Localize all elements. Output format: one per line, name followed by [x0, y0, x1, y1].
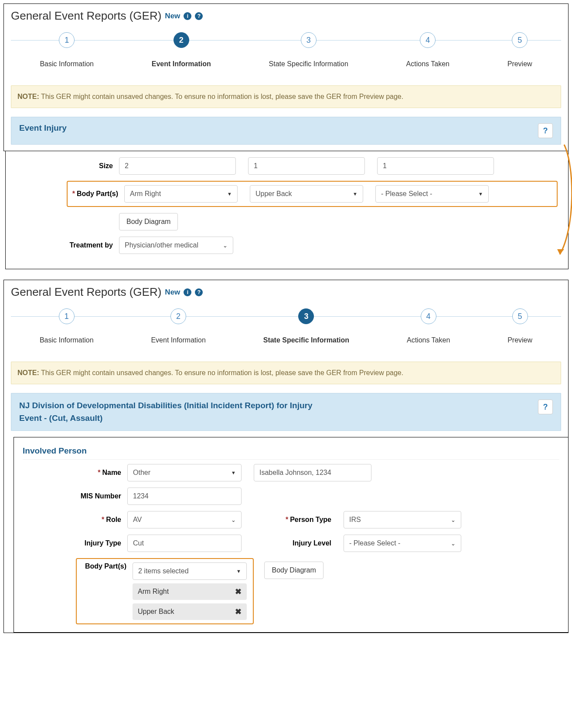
body-parts-highlight: *Body Part(s) Arm Right▼ Upper Back▼ - P… [67, 181, 558, 207]
step-event-information[interactable]: 2 Event Information [151, 308, 205, 344]
event-injury-section-header: Event Injury ? [11, 117, 561, 145]
section-help-button[interactable]: ? [538, 123, 553, 138]
step-basic-information[interactable]: 1 Basic Information [40, 308, 94, 344]
step-number: 2 [170, 308, 186, 324]
page-title: General Event Reports (GER) [11, 285, 161, 299]
help-icon[interactable]: ? [195, 288, 203, 296]
body-diagram-button[interactable]: Body Diagram [119, 213, 178, 230]
step-number: 3 [298, 308, 314, 324]
body-part-select-1[interactable]: Arm Right▼ [124, 185, 238, 203]
new-badge[interactable]: New [165, 12, 180, 20]
state-specific-title: NJ Division of Developmental Disabilitie… [19, 400, 324, 424]
body-parts-multiselect[interactable]: 2 items selected▼ [133, 562, 247, 580]
event-injury-title: Event Injury [19, 123, 67, 133]
injury-type-input[interactable]: Cut [127, 535, 242, 552]
body-part-chip-arm-right: Arm Right ✖ [133, 583, 247, 600]
injury-type-label: Injury Type [23, 539, 127, 547]
step-event-information[interactable]: 2 Event Information [152, 32, 211, 68]
step-preview[interactable]: 5 Preview [507, 32, 532, 68]
help-icon[interactable]: ? [195, 12, 203, 20]
step-state-specific-information[interactable]: 3 State Specific Information [263, 308, 349, 344]
treatment-label: Treatment by [14, 241, 119, 249]
person-type-select[interactable]: IRS⌄ [344, 511, 461, 528]
step-label: Basic Information [40, 60, 94, 68]
caret-down-icon: ▼ [227, 191, 232, 196]
step-label: Event Information [152, 60, 211, 68]
step-number: 1 [59, 308, 75, 324]
person-type-label: *Person Type [254, 516, 331, 524]
size-label: Size [14, 162, 119, 170]
step-actions-taken[interactable]: 4 Actions Taken [407, 308, 450, 344]
body-part-select-2[interactable]: Upper Back▼ [250, 185, 363, 203]
page-title-row: General Event Reports (GER) New i ? [11, 8, 561, 26]
name-row: *Name Other▼ Isabella Johnson, 1234 [23, 464, 559, 481]
info-icon[interactable]: i [184, 12, 191, 20]
remove-chip-icon[interactable]: ✖ [235, 607, 242, 616]
screenshot-top-panel: General Event Reports (GER) New i ? 1 Ba… [3, 3, 569, 151]
note-prefix: NOTE: [17, 93, 39, 100]
name-text-input[interactable]: Isabella Johnson, 1234 [254, 464, 371, 481]
state-specific-section-header: NJ Division of Developmental Disabilitie… [11, 393, 561, 431]
step-label: Preview [507, 60, 532, 68]
event-injury-form-panel: Size 2 1 1 *Body Part(s) Arm Right▼ Uppe… [5, 151, 569, 269]
step-number: 1 [59, 32, 75, 48]
body-parts-label-2: Body Part(s) [81, 562, 133, 570]
wizard-stepper: 1 Basic Information 2 Event Information … [11, 32, 561, 68]
step-actions-taken[interactable]: 4 Actions Taken [406, 32, 449, 68]
role-select[interactable]: AV⌄ [127, 511, 242, 528]
step-state-specific-information[interactable]: 3 State Specific Information [269, 32, 348, 68]
caret-down-icon: ▼ [353, 191, 358, 196]
step-number: 3 [301, 32, 317, 48]
mis-label: MIS Number [23, 492, 127, 500]
chevron-down-icon: ⌄ [231, 517, 236, 523]
unsaved-changes-note: NOTE: This GER might contain unsaved cha… [11, 85, 561, 108]
section-help-button[interactable]: ? [538, 400, 553, 414]
size-row: Size 2 1 1 [14, 157, 559, 175]
caret-down-icon: ▼ [478, 191, 483, 196]
caret-down-icon: ▼ [236, 569, 241, 574]
step-label: Actions Taken [407, 336, 450, 344]
wizard-stepper-2: 1 Basic Information 2 Event Information … [11, 308, 561, 344]
page-title: General Event Reports (GER) [11, 9, 161, 23]
screenshot-bottom-panel: General Event Reports (GER) New i ? 1 Ba… [3, 280, 569, 633]
injury-level-label: Injury Level [254, 539, 331, 547]
step-preview[interactable]: 5 Preview [507, 308, 532, 344]
step-label: Event Information [151, 336, 205, 344]
page-title-row-2: General Event Reports (GER) New i ? [11, 284, 561, 302]
info-icon[interactable]: i [184, 288, 191, 296]
mis-row: MIS Number 1234 [23, 488, 559, 505]
step-label: Actions Taken [406, 60, 449, 68]
size-input-1[interactable]: 2 [119, 157, 236, 175]
chevron-down-icon: ⌄ [223, 242, 228, 249]
step-number: 5 [512, 308, 528, 324]
step-number: 2 [174, 32, 189, 48]
note-prefix: NOTE: [17, 369, 39, 376]
injury-level-select[interactable]: - Please Select -⌄ [344, 535, 461, 552]
injury-type-level-row: Injury Type Cut Injury Level - Please Se… [23, 535, 559, 552]
new-badge[interactable]: New [165, 288, 180, 297]
body-diagram-row: Body Diagram [14, 213, 559, 230]
chevron-down-icon: ⌄ [451, 540, 456, 547]
name-label: *Name [23, 469, 127, 477]
note-text: This GER might contain unsaved changes. … [39, 93, 403, 100]
role-person-type-row: *Role AV⌄ *Person Type IRS⌄ [23, 511, 559, 528]
step-label: State Specific Information [269, 60, 348, 68]
step-label: State Specific Information [263, 336, 349, 344]
step-basic-information[interactable]: 1 Basic Information [40, 32, 94, 68]
size-input-3[interactable]: 1 [377, 157, 494, 175]
unsaved-changes-note-2: NOTE: This GER might contain unsaved cha… [11, 362, 561, 384]
step-label: Preview [507, 336, 532, 344]
body-parts-highlight-2: Body Part(s) 2 items selected▼ Arm Right… [76, 558, 254, 624]
step-number: 4 [420, 32, 436, 48]
divider [23, 459, 559, 460]
mis-input[interactable]: 1234 [127, 488, 242, 505]
remove-chip-icon[interactable]: ✖ [235, 587, 242, 596]
note-text: This GER might contain unsaved changes. … [39, 369, 403, 376]
body-diagram-button-2[interactable]: Body Diagram [264, 562, 323, 579]
treatment-row: Treatment by Physician/other medical⌄ [14, 237, 559, 254]
step-number: 4 [421, 308, 436, 324]
treatment-select[interactable]: Physician/other medical⌄ [119, 237, 233, 254]
body-part-select-3[interactable]: - Please Select -▼ [375, 185, 489, 203]
name-select[interactable]: Other▼ [127, 464, 242, 481]
size-input-2[interactable]: 1 [248, 157, 365, 175]
